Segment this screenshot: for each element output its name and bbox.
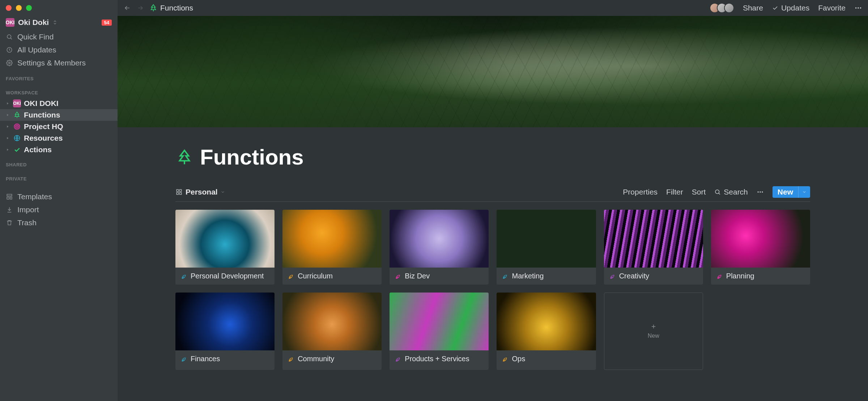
sidebar-item-label: Functions (24, 111, 60, 119)
target-icon (13, 123, 21, 131)
tree-icon (13, 111, 21, 119)
gallery-card[interactable]: Products + Services (390, 293, 489, 370)
leaf-icon (502, 356, 508, 362)
gallery-new-card[interactable]: New (604, 293, 703, 370)
nav-forward-button[interactable] (136, 4, 144, 12)
avatar (724, 3, 734, 13)
svg-rect-9 (10, 197, 12, 199)
collaborator-avatars[interactable] (710, 3, 734, 13)
gallery-card[interactable]: Personal Development (175, 210, 275, 285)
svg-rect-15 (176, 193, 178, 195)
caret-right-icon[interactable] (5, 125, 10, 128)
sidebar-item-label: Project HQ (24, 122, 63, 131)
svg-rect-14 (180, 189, 182, 191)
window-minimize-button[interactable] (16, 5, 22, 11)
view-more-button[interactable] (757, 188, 764, 196)
filter-button[interactable]: Filter (666, 188, 683, 196)
svg-point-5 (17, 126, 17, 127)
search-icon (714, 189, 721, 195)
sort-button[interactable]: Sort (692, 188, 706, 196)
card-title: Personal Development (191, 272, 264, 280)
workspace-badge: OKI (6, 18, 14, 27)
gallery-card[interactable]: Creativity (604, 210, 703, 285)
view-name: Personal (186, 188, 218, 196)
svg-point-11 (858, 7, 859, 9)
caret-right-icon[interactable] (5, 148, 10, 152)
new-button-label: New (773, 186, 798, 198)
sidebar-item-label: Resources (24, 134, 63, 142)
properties-button[interactable]: Properties (623, 188, 658, 196)
svg-point-10 (855, 7, 857, 9)
gallery-card[interactable]: Planning (711, 210, 810, 285)
sidebar-item-oki-doki[interactable]: OKIOKI DOKI (0, 98, 118, 109)
checkmark-icon (772, 5, 778, 11)
card-cover (282, 293, 382, 350)
svg-point-0 (7, 35, 11, 39)
card-title: Curriculum (298, 272, 333, 280)
sidebar-item-actions[interactable]: Actions (0, 144, 118, 155)
sidebar-item-functions[interactable]: Functions (0, 109, 118, 121)
caret-right-icon[interactable] (5, 102, 10, 105)
workspace-switcher[interactable]: OKI Oki Doki 54 (0, 14, 118, 30)
sidebar-item-label: All Updates (17, 46, 56, 54)
sidebar-item-resources[interactable]: Resources (0, 132, 118, 144)
gallery-card[interactable]: Finances (175, 293, 275, 370)
caret-right-icon[interactable] (5, 136, 10, 140)
share-button[interactable]: Share (743, 4, 763, 12)
svg-rect-7 (7, 194, 12, 196)
card-cover (282, 210, 382, 268)
section-heading-private: PRIVATE (0, 170, 118, 184)
gear-icon (6, 59, 13, 67)
section-heading-favorites: FAVORITES (0, 69, 118, 84)
chevron-down-icon (799, 188, 810, 196)
gallery-card[interactable]: Marketing (497, 210, 596, 285)
topbar: Functions Share Updates Favorite (118, 0, 868, 16)
gallery-card[interactable]: Community (282, 293, 382, 370)
search-button[interactable]: Search (714, 188, 748, 196)
svg-point-19 (760, 191, 761, 192)
breadcrumb[interactable]: Functions (149, 4, 193, 12)
sidebar-item-label: Import (17, 205, 39, 214)
sidebar-item-project-hq[interactable]: Project HQ (0, 121, 118, 132)
nav-back-button[interactable] (123, 4, 131, 12)
sidebar-item-label: Actions (24, 145, 52, 154)
updates-button[interactable]: Updates (772, 4, 809, 12)
tree-icon (149, 4, 157, 12)
card-title: Planning (726, 272, 754, 280)
window-close-button[interactable] (6, 5, 12, 11)
gallery-card[interactable]: Biz Dev (390, 210, 489, 285)
svg-point-17 (715, 190, 719, 194)
gallery-card[interactable]: Ops (497, 293, 596, 370)
view-selector[interactable]: Personal (175, 188, 225, 196)
sidebar-settings-members[interactable]: Settings & Members (0, 56, 118, 69)
leaf-icon (288, 356, 294, 362)
svg-point-18 (757, 191, 758, 192)
card-cover (497, 293, 596, 350)
card-cover (604, 210, 703, 268)
page-cover[interactable] (118, 16, 868, 127)
leaf-icon (288, 273, 294, 280)
workspace-name: Oki Doki (18, 18, 49, 27)
new-card-label: New (648, 333, 659, 339)
chevron-down-icon (221, 190, 225, 194)
caret-right-icon[interactable] (5, 113, 10, 117)
card-cover (390, 293, 489, 350)
section-heading-workspace: WORKSPACE (0, 84, 118, 98)
leaf-icon (180, 356, 187, 362)
sidebar-import[interactable]: Import (0, 203, 118, 216)
check-icon (13, 146, 21, 154)
svg-point-20 (762, 191, 763, 192)
sidebar-templates[interactable]: Templates (0, 190, 118, 203)
page-title[interactable]: Functions (175, 145, 810, 170)
new-button[interactable]: New (773, 186, 810, 198)
sidebar-all-updates[interactable]: All Updates (0, 43, 118, 56)
tree-icon (175, 148, 193, 166)
sidebar-quick-find[interactable]: Quick Find (0, 30, 118, 43)
more-menu-button[interactable] (854, 4, 862, 12)
favorite-button[interactable]: Favorite (818, 4, 846, 12)
svg-point-12 (860, 7, 861, 9)
sidebar-trash[interactable]: Trash (0, 216, 118, 229)
svg-rect-13 (176, 189, 178, 191)
gallery-card[interactable]: Curriculum (282, 210, 382, 285)
window-zoom-button[interactable] (26, 5, 32, 11)
